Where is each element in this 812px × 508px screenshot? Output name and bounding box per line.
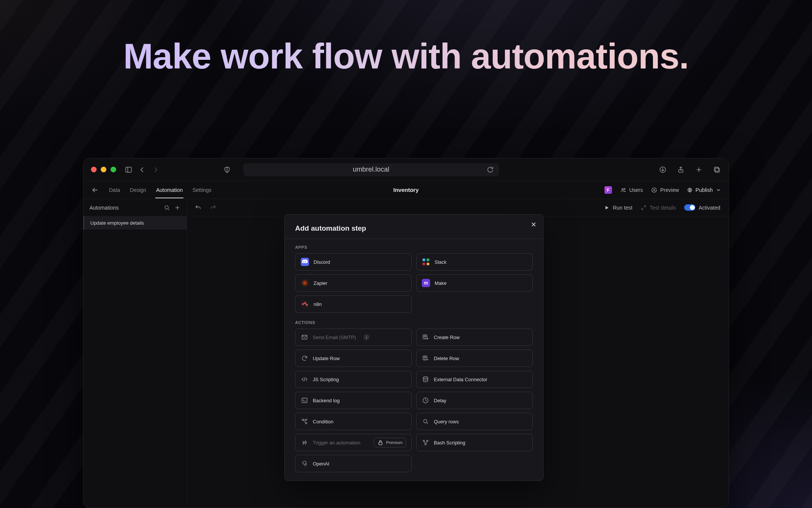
avatar[interactable]: F (604, 186, 612, 194)
page-title: Inventory (393, 187, 419, 193)
app-discord[interactable]: Discord (295, 253, 412, 271)
window-zoom-button[interactable] (111, 167, 116, 172)
test-details-button: Test details (641, 205, 676, 211)
downloads-icon[interactable] (659, 166, 667, 174)
action-external-data[interactable]: External Data Connector (416, 371, 533, 388)
sidebar-toggle-icon[interactable] (124, 166, 133, 174)
action-query-rows[interactable]: Query rows (416, 413, 533, 430)
svg-rect-0 (126, 167, 132, 172)
svg-point-11 (622, 189, 623, 190)
search-icon[interactable] (164, 204, 170, 211)
action-bash-label: Bash Scripting (434, 440, 465, 446)
redo-icon[interactable] (209, 204, 217, 212)
nav-back-icon[interactable] (138, 166, 146, 174)
n8n-icon (301, 300, 309, 308)
action-bash[interactable]: Bash Scripting (416, 434, 533, 451)
svg-rect-9 (714, 167, 718, 171)
clock-icon (422, 397, 429, 404)
undo-icon[interactable] (194, 204, 202, 212)
svg-point-53 (424, 420, 427, 423)
sidebar-header: Automations (83, 199, 187, 216)
address-bar[interactable]: umbrel.local (243, 163, 499, 176)
svg-point-51 (306, 419, 307, 421)
tab-settings[interactable]: Settings (192, 182, 212, 198)
close-icon[interactable]: ✕ (531, 221, 536, 229)
svg-rect-8 (715, 168, 720, 172)
activated-toggle[interactable] (684, 204, 695, 211)
action-js-scripting[interactable]: JS Scripting (295, 371, 412, 388)
action-update-row[interactable]: Update Row (295, 350, 412, 367)
svg-line-45 (304, 377, 305, 382)
table-minus-icon (422, 354, 429, 362)
svg-point-12 (624, 188, 625, 189)
tabs-overview-icon[interactable] (713, 166, 721, 174)
app-n8n[interactable]: n8n (295, 295, 412, 313)
sidebar-item-automation[interactable]: Update employee details (83, 216, 187, 230)
branch-icon (301, 418, 308, 425)
app-slack-label: Slack (435, 259, 447, 265)
tab-automation[interactable]: Automation (155, 182, 183, 198)
action-query-label: Query rows (434, 419, 459, 424)
action-delay[interactable]: Delay (416, 392, 533, 409)
run-test-label: Run test (613, 205, 632, 211)
app-topbar: Data Design Automation Settings Inventor… (83, 181, 729, 199)
automation-icon (301, 439, 308, 446)
app-make[interactable]: m Make (416, 274, 533, 292)
action-send-email: Send Email (SMTP) i (295, 329, 412, 346)
premium-badge: Premium (374, 438, 406, 447)
svg-rect-23 (304, 280, 305, 282)
make-icon: m (422, 279, 430, 287)
svg-rect-55 (379, 442, 382, 445)
app-discord-label: Discord (314, 259, 330, 265)
app-n8n-label: n8n (314, 301, 322, 307)
premium-label: Premium (386, 440, 403, 445)
app-zapier[interactable]: Zapier (295, 274, 412, 292)
play-icon (604, 205, 610, 211)
action-trigger-automation: Trigger an automation Premium (295, 434, 412, 451)
tab-data[interactable]: Data (108, 182, 121, 198)
action-backend-log[interactable]: Backend log (295, 392, 412, 409)
action-delete-row-label: Delete Row (434, 356, 459, 361)
terminal-icon (301, 397, 308, 404)
action-condition[interactable]: Condition (295, 413, 412, 430)
canvas-tools (187, 204, 217, 212)
action-delete-row[interactable]: Delete Row (416, 350, 533, 367)
lock-icon (377, 439, 384, 446)
app-slack[interactable]: Slack (416, 253, 533, 271)
svg-rect-24 (304, 284, 305, 286)
svg-point-31 (304, 282, 306, 284)
svg-line-54 (427, 423, 428, 424)
svg-rect-26 (306, 283, 308, 283)
action-delay-label: Delay (434, 398, 446, 403)
section-actions-label: ACTIONS (295, 320, 533, 325)
share-icon[interactable] (677, 166, 685, 174)
add-step-modal: ✕ Add automation step APPS Discord (284, 214, 544, 481)
publish-label: Publish (695, 187, 713, 193)
app-make-label: Make (435, 280, 447, 286)
action-create-row[interactable]: Create Row (416, 329, 533, 346)
activated-label: Activated (698, 205, 720, 211)
action-openai[interactable]: OpenAI (295, 455, 412, 472)
add-automation-icon[interactable] (174, 204, 181, 211)
run-test-button[interactable]: Run test (604, 205, 632, 211)
shield-icon[interactable] (223, 166, 231, 174)
back-icon[interactable] (91, 186, 99, 194)
section-apps-label: APPS (295, 245, 533, 249)
workflow-icon (422, 439, 429, 446)
users-icon (620, 187, 626, 193)
window-close-button[interactable] (91, 167, 97, 172)
slack-icon (422, 258, 430, 266)
canvas: ✕ Add automation step APPS Discord (187, 216, 729, 508)
new-tab-icon[interactable] (695, 166, 703, 174)
window-minimize-button[interactable] (101, 167, 106, 172)
tab-design[interactable]: Design (129, 182, 147, 198)
reload-icon[interactable] (486, 166, 494, 174)
sidebar-title: Automations (89, 205, 119, 211)
publish-button[interactable]: Publish (687, 187, 721, 193)
apps-grid: Discord Slack Zapier (295, 253, 533, 313)
preview-button[interactable]: Preview (651, 187, 679, 193)
svg-rect-28 (303, 284, 304, 285)
zapier-icon (301, 279, 309, 287)
app-tabs: Data Design Automation Settings (108, 182, 212, 198)
users-button[interactable]: Users (620, 187, 643, 193)
